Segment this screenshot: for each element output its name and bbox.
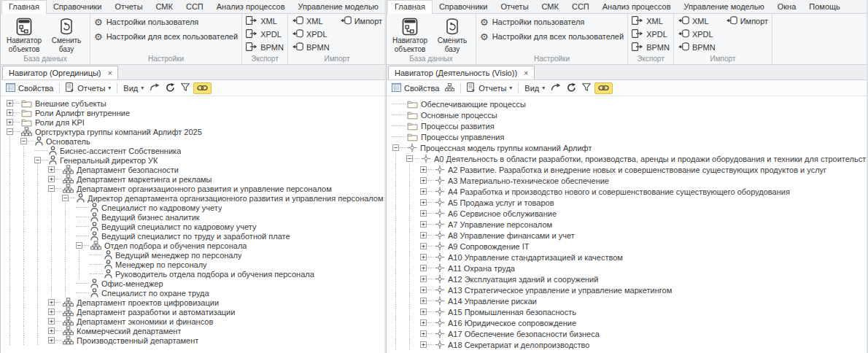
tree-item[interactable]: Специалист по кадровому учету [7, 203, 384, 212]
expand-icon[interactable]: + [420, 287, 427, 293]
tree-item[interactable]: Ведущий бизнес аналитик [7, 212, 384, 222]
tree-item[interactable]: −Отдел подбора и обучения персонала [7, 241, 384, 250]
expand-icon[interactable]: + [7, 100, 13, 106]
tree-item[interactable]: +А16 Юридическое сопровождение [392, 317, 867, 328]
collapse-icon[interactable]: − [7, 128, 13, 135]
all-users-settings-button[interactable]: ⚙ Настройки для всех пользователей [93, 29, 239, 44]
tree-item[interactable]: +А6 Сервисное обслуживание [392, 208, 867, 219]
properties-button[interactable]: Свойства [4, 82, 55, 94]
expand-icon[interactable]: + [420, 309, 427, 315]
expand-icon[interactable]: + [420, 341, 427, 348]
import-xpdl-button[interactable]: XPDL [290, 28, 331, 41]
close-icon[interactable]: × [108, 69, 112, 77]
expand-icon[interactable]: + [420, 254, 427, 260]
tree-item[interactable]: +Департамент проектов цифровизации [7, 298, 384, 307]
import-bpmn-button[interactable]: BPMN [676, 41, 717, 54]
expand-icon[interactable]: + [7, 109, 13, 116]
collapse-icon[interactable]: − [20, 138, 27, 144]
tree-item[interactable]: −Основатель [7, 136, 384, 146]
tab-spravochniki[interactable]: Справочники [47, 1, 109, 13]
tree-item[interactable]: Офис-менеджер [7, 279, 384, 288]
change-database-button[interactable]: Сменить базу [45, 15, 88, 55]
expand-icon[interactable]: + [420, 199, 427, 206]
collapse-icon[interactable]: − [392, 144, 399, 151]
expand-icon[interactable]: + [420, 319, 427, 326]
tree-item[interactable]: Основные процессы [392, 109, 867, 120]
expand-icon[interactable]: + [420, 177, 427, 184]
collapse-icon[interactable]: − [406, 155, 413, 162]
tree-item[interactable]: +А8 Управление финансами и учет [392, 230, 867, 241]
expand-icon[interactable]: + [420, 298, 427, 304]
expand-icon[interactable]: + [48, 166, 55, 173]
collapse-icon[interactable]: − [62, 195, 69, 201]
refresh-button[interactable] [565, 82, 578, 94]
collapse-icon[interactable]: − [76, 242, 82, 249]
filter-button[interactable] [580, 82, 593, 93]
tree-item[interactable]: +Департамент экономики и финансов [7, 317, 384, 326]
tree-item[interactable]: +Департамент безопасности [7, 165, 384, 174]
tab-glavnaya[interactable]: Главная [387, 0, 433, 14]
tab-otchety[interactable]: Отчеты [109, 1, 150, 13]
export-bpmn-button[interactable]: BPMN [244, 41, 285, 54]
expand-icon[interactable]: + [420, 243, 427, 249]
expand-icon[interactable]: + [420, 330, 427, 337]
export-xpdl-button[interactable]: XPDL [244, 28, 285, 41]
tree-item[interactable]: +Коммерческий департамент [7, 326, 384, 335]
tree-item[interactable]: Ведущий специалист по труду и заработной… [7, 231, 384, 241]
tree-item[interactable]: Ведущий менеджер по персоналу [7, 250, 384, 260]
open-diagram-button[interactable] [443, 82, 457, 94]
tree-item[interactable]: +А2 Развитие. Разработка и внедрение нов… [392, 164, 867, 175]
import-xpdl-button[interactable]: XPDL [676, 28, 717, 41]
expand-icon[interactable]: + [420, 221, 427, 228]
export-xml-button[interactable]: XML [244, 15, 285, 28]
tree-item[interactable]: +Производственный департамент [7, 335, 384, 345]
expand-icon[interactable]: + [48, 309, 55, 315]
tree-item[interactable]: −Департамент организационного развития и… [7, 184, 384, 193]
tab-glavnaya[interactable]: Главная [1, 0, 47, 14]
tree-item[interactable]: −А0 Деятельность в области разработки, п… [392, 153, 867, 164]
expand-icon[interactable]: + [48, 318, 55, 325]
object-navigator-button[interactable]: Навигатор объектов [3, 15, 45, 55]
expand-icon[interactable]: + [48, 176, 55, 182]
expand-icon[interactable]: + [48, 299, 55, 306]
tab-okna[interactable]: Окна [771, 1, 803, 13]
expand-icon[interactable]: + [7, 119, 13, 125]
tree-item[interactable]: +Департамент разработки и автоматизации [7, 307, 384, 317]
tree-item[interactable]: +Внешние субъекты [7, 98, 384, 108]
collapse-icon[interactable]: − [48, 185, 55, 192]
tab-upravlenie-modelyu[interactable]: Управление моделью [292, 1, 385, 13]
export-bpmn-button[interactable]: BPMN [630, 41, 671, 54]
user-settings-button[interactable]: ⚙ Настройки пользователя [93, 15, 239, 29]
tree-item[interactable]: +А10 Управление стандартизацией и качест… [392, 252, 867, 263]
view-button[interactable]: Вид ▾ [121, 83, 146, 93]
tree-item[interactable]: +А17 Обеспечение безопасности бизнеса [392, 328, 867, 339]
object-navigator-button[interactable]: Навигатор объектов [389, 15, 431, 55]
tree-item[interactable]: +А9 Сопровождение IT [392, 241, 867, 252]
collapse-icon[interactable]: − [34, 157, 41, 163]
tree-item[interactable]: Руководитель отдела подбора и обучения п… [7, 269, 384, 279]
tree-item[interactable]: −Директор департамента организационного … [7, 193, 384, 203]
tab-analiz-processov[interactable]: Анализ процессов [596, 1, 678, 13]
tab-spravochniki[interactable]: Справочники [433, 1, 495, 13]
export-xpdl-button[interactable]: XPDL [630, 28, 671, 41]
expand-icon[interactable]: + [420, 166, 427, 173]
import-button[interactable]: Импорт [338, 15, 384, 28]
import-xml-button[interactable]: XML [290, 15, 331, 28]
go-to-object-button[interactable] [147, 82, 162, 93]
tree-item[interactable]: Специалист по охране труда [7, 288, 384, 298]
tree-item[interactable]: +А18 Секретариат и делопроизводство [392, 339, 867, 350]
reports-button[interactable]: Отчеты ▾ [465, 82, 514, 94]
all-users-settings-button[interactable]: ⚙ Настройки для всех пользователей [478, 29, 625, 44]
tree-item[interactable]: −Процессная модель группы компаний Арлиф… [392, 142, 867, 153]
tree-item[interactable]: +А13 Стратегическое управление и управле… [392, 284, 867, 295]
tree-item[interactable]: +А11 Охрана труда [392, 263, 867, 274]
tree-item[interactable]: +Роли Арлифт внутренние [7, 108, 384, 117]
tree-item[interactable]: Биснес-ассистент Собственника [7, 146, 384, 155]
tree-item[interactable]: +А12 Эксплуатация зданий и сооружений [392, 274, 867, 284]
expand-icon[interactable]: + [420, 188, 427, 195]
tree-item[interactable]: +А7 Управление персоналом [392, 219, 867, 230]
tree-item[interactable]: +А5 Продажа услуг и товаров [392, 197, 867, 208]
tab-otchety[interactable]: Отчеты [495, 1, 535, 13]
tree-item[interactable]: −Оргструктура группы компаний Арлифт 202… [7, 127, 384, 136]
tree-item[interactable]: +Департамент маркетинга и рекламы [7, 174, 384, 184]
